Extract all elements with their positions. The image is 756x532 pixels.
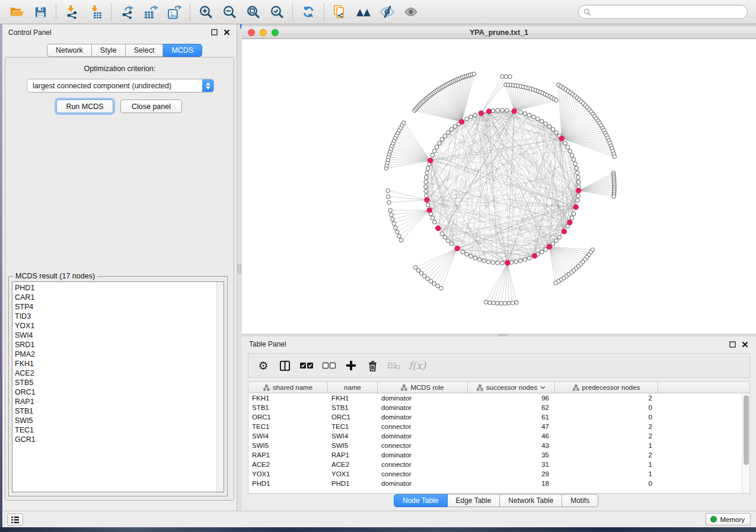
add-column-icon[interactable] (344, 358, 358, 373)
zoom-fit-icon[interactable] (241, 2, 265, 22)
zoom-out-icon[interactable] (218, 2, 241, 22)
graph-hub-node[interactable] (547, 245, 551, 249)
graph-node[interactable] (465, 117, 469, 121)
graph-node[interactable] (469, 254, 473, 258)
graph-node[interactable] (576, 180, 580, 184)
graph-hub-node[interactable] (573, 204, 578, 209)
table-row[interactable]: SWI4SWI4dominator462 (248, 431, 742, 441)
graph-node[interactable] (568, 149, 572, 153)
graph-node[interactable] (413, 265, 417, 270)
tab-mcds[interactable]: MCDS (163, 44, 202, 57)
graph-node[interactable] (440, 232, 444, 236)
network-snapshot-icon[interactable] (328, 2, 352, 22)
mcds-result-item[interactable]: SWI5 (12, 416, 216, 425)
function-builder-icon[interactable]: f(x) (409, 358, 426, 373)
graph-node[interactable] (424, 185, 428, 189)
graph-node[interactable] (566, 145, 570, 149)
graph-node[interactable] (511, 301, 515, 305)
graph-node[interactable] (500, 261, 505, 265)
graph-node[interactable] (484, 300, 488, 305)
graph-node[interactable] (440, 137, 444, 142)
mcds-result-item[interactable]: ACE2 (12, 368, 216, 378)
scrollbar-thumb[interactable] (744, 395, 749, 465)
graph-node[interactable] (500, 108, 505, 113)
graph-node[interactable] (432, 149, 436, 153)
graph-node[interactable] (488, 301, 492, 305)
table-row[interactable]: ORC1ORC1dominator610 (248, 412, 742, 422)
graph-node[interactable] (436, 284, 440, 288)
criterion-dropdown[interactable]: largest connected component (undirected) (27, 79, 214, 92)
graph-node[interactable] (523, 112, 527, 116)
graph-node[interactable] (449, 127, 454, 132)
delete-table-icon[interactable] (387, 358, 400, 373)
graph-node[interactable] (572, 158, 576, 162)
refresh-icon[interactable] (296, 2, 320, 22)
table-row[interactable]: SWI5SWI5connector431 (248, 441, 742, 450)
graph-node[interactable] (429, 279, 433, 283)
tab-edge-table[interactable]: Edge Table (448, 494, 500, 507)
graph-node[interactable] (575, 166, 579, 171)
task-history-button[interactable] (7, 514, 23, 525)
table-row[interactable]: PHD1PHD1dominator180 (248, 479, 742, 488)
graph-hub-node[interactable] (532, 254, 537, 258)
graph-node[interactable] (496, 302, 500, 306)
graph-node[interactable] (446, 130, 450, 134)
save-session-icon[interactable] (28, 2, 52, 22)
graph-node[interactable] (392, 222, 396, 226)
graph-node[interactable] (500, 75, 505, 79)
show-all-eye-icon[interactable] (399, 2, 423, 22)
zoom-in-icon[interactable] (194, 2, 218, 22)
graph-node[interactable] (477, 258, 481, 262)
graph-node[interactable] (387, 201, 391, 205)
mcds-result-item[interactable]: PHD1 (12, 283, 216, 293)
graph-node[interactable] (613, 155, 617, 159)
graph-node[interactable] (473, 113, 477, 117)
graph-hub-node[interactable] (576, 188, 581, 193)
graph-node[interactable] (527, 256, 531, 260)
close-panel-icon[interactable] (741, 341, 749, 348)
graph-node[interactable] (461, 250, 465, 254)
graph-node[interactable] (432, 220, 436, 225)
mcds-result-item[interactable]: GCR1 (12, 435, 216, 444)
graph-node[interactable] (425, 194, 429, 198)
graph-node[interactable] (482, 259, 486, 263)
graph-node[interactable] (519, 259, 523, 263)
graph-node[interactable] (570, 153, 574, 158)
graph-node[interactable] (527, 113, 531, 117)
graph-node[interactable] (394, 226, 398, 230)
graph-node[interactable] (491, 109, 495, 113)
graph-node[interactable] (395, 230, 400, 234)
graph-node[interactable] (496, 108, 500, 113)
graph-node[interactable] (443, 134, 447, 138)
graph-hub-node[interactable] (567, 220, 572, 225)
mcds-result-item[interactable]: STB5 (12, 378, 216, 387)
graph-node[interactable] (425, 171, 429, 175)
graph-node[interactable] (499, 302, 503, 306)
mcds-result-item[interactable]: RAP1 (12, 397, 216, 406)
graph-node[interactable] (426, 166, 430, 171)
table-scrollbar[interactable] (742, 393, 749, 493)
delete-column-trash-icon[interactable] (366, 358, 379, 373)
mcds-result-list[interactable]: PHD1CAR1STP4TID3YOX1SWI4SRD1PMA2FKH1ACE2… (12, 281, 224, 492)
graph-node[interactable] (532, 115, 536, 119)
graph-node[interactable] (519, 110, 523, 114)
search-network-icon[interactable] (352, 2, 375, 22)
graph-node[interactable] (473, 256, 477, 260)
graph-node[interactable] (551, 127, 555, 132)
mcds-result-item[interactable]: STP4 (12, 302, 216, 312)
graph-node[interactable] (563, 141, 567, 145)
show-columns-icon[interactable] (278, 358, 291, 373)
tab-select[interactable]: Select (126, 44, 164, 57)
graph-node[interactable] (508, 75, 512, 79)
graph-hub-node[interactable] (436, 226, 441, 230)
graph-node[interactable] (557, 235, 562, 239)
open-file-icon[interactable] (5, 2, 28, 22)
graph-node[interactable] (547, 124, 551, 129)
graph-node[interactable] (504, 75, 508, 79)
graph-hub-node[interactable] (479, 111, 483, 116)
mcds-result-item[interactable]: PMA2 (12, 350, 216, 359)
graph-node[interactable] (453, 124, 457, 129)
graph-node[interactable] (576, 171, 580, 175)
graph-node[interactable] (554, 98, 559, 102)
mcds-result-item[interactable]: YOX1 (12, 321, 216, 331)
